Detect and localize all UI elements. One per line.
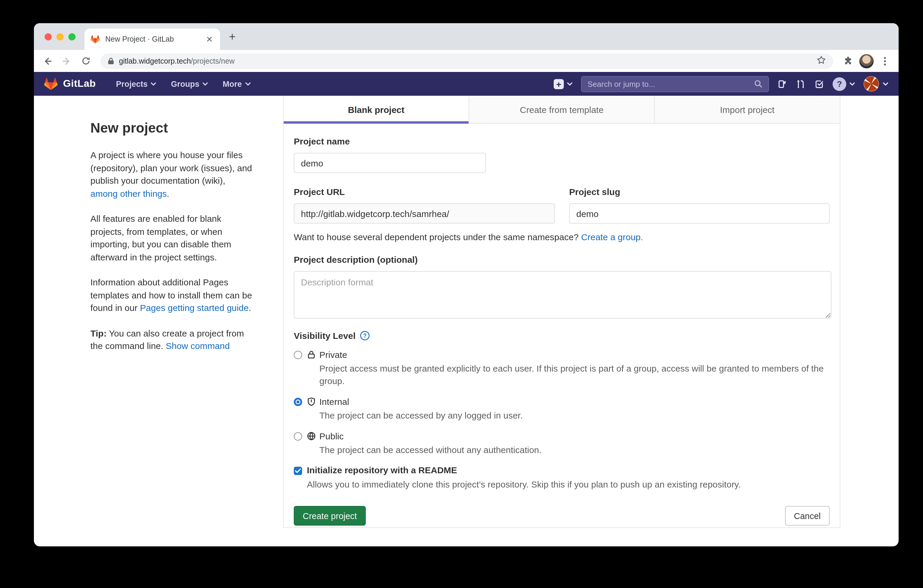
gitlab-logo[interactable]: GitLab (44, 77, 96, 90)
extensions-icon[interactable] (840, 53, 856, 69)
among-other-things-link[interactable]: among other things (90, 188, 167, 198)
new-menu-button[interactable]: + (553, 79, 573, 89)
cancel-button[interactable]: Cancel (785, 506, 829, 526)
sidebar-help-column: New project A project is where you house… (90, 96, 269, 514)
new-tab-button[interactable]: + (229, 31, 235, 42)
internal-label: Internal (319, 396, 523, 408)
tab-title: New Project · GitLab (105, 35, 200, 43)
project-name-label: Project name (294, 136, 829, 146)
public-label: Public (319, 430, 542, 442)
public-description: The project can be accessed without any … (319, 443, 542, 456)
maximize-window-button[interactable] (68, 33, 76, 40)
chevron-down-icon (567, 82, 573, 85)
gitlab-tanuki-icon (44, 77, 57, 90)
check-icon (295, 468, 301, 473)
nav-more[interactable]: More (218, 76, 256, 92)
tab-create-from-template[interactable]: Create from template (469, 96, 655, 124)
readme-checkbox[interactable] (294, 467, 302, 475)
sidebar-tip: Tip: You can also create a project from … (90, 327, 255, 352)
close-window-button[interactable] (44, 33, 52, 40)
project-description-label: Project description (optional) (294, 255, 829, 264)
forward-icon[interactable] (59, 53, 74, 69)
readme-label: Initialize repository with a README (307, 465, 741, 475)
namespace-hint: Want to house several dependent projects… (294, 232, 829, 242)
chevron-down-icon (849, 82, 855, 85)
visibility-level-label: Visibility Level (294, 330, 356, 341)
gitlab-navbar: GitLab Projects Groups More + (34, 72, 898, 96)
visibility-option-private[interactable]: Private Project access must be granted e… (294, 349, 829, 387)
globe-icon (307, 432, 316, 440)
user-menu[interactable] (864, 76, 889, 92)
readme-option[interactable]: Initialize repository with a README Allo… (294, 465, 829, 491)
browser-window: New Project · GitLab ✕ + gitlab.widgetc (34, 23, 898, 546)
internal-description: The project can be accessed by any logge… (319, 409, 523, 422)
back-icon[interactable] (40, 53, 55, 69)
screen: New Project · GitLab ✕ + gitlab.widgetc (0, 0, 923, 588)
project-url-input[interactable] (294, 203, 555, 223)
internal-radio[interactable] (294, 398, 302, 406)
browser-toolbar: gitlab.widgetcorp.tech/projects/new (34, 50, 898, 72)
todos-icon[interactable] (814, 79, 824, 89)
private-description: Project access must be granted explicitl… (319, 362, 829, 387)
form-actions: Create project Cancel (294, 506, 829, 526)
project-url-label: Project URL (294, 187, 555, 197)
project-slug-input[interactable] (569, 203, 829, 223)
public-radio[interactable] (294, 432, 302, 440)
search-icon (754, 80, 762, 88)
sidebar-paragraph: Information about additional Pages templ… (90, 276, 255, 314)
url-text: gitlab.widgetcorp.tech/projects/new (119, 57, 235, 65)
help-icon: ? (833, 77, 846, 91)
reload-icon[interactable] (78, 53, 94, 69)
user-avatar (864, 76, 879, 92)
minimize-window-button[interactable] (56, 33, 64, 40)
chevron-down-icon (882, 82, 889, 85)
global-search[interactable] (581, 76, 769, 92)
plus-icon: + (553, 79, 564, 89)
issues-icon[interactable] (777, 79, 787, 89)
merge-requests-icon[interactable] (796, 79, 806, 89)
chevron-down-icon (202, 82, 209, 85)
tab-close-icon[interactable]: ✕ (205, 34, 214, 44)
project-name-input[interactable] (294, 153, 486, 173)
pages-guide-link[interactable]: Pages getting started guide (140, 302, 249, 313)
lock-icon (307, 350, 316, 359)
tab-blank-project[interactable]: Blank project (284, 96, 469, 123)
chevron-down-icon (151, 82, 157, 85)
visibility-option-public[interactable]: Public The project can be accessed witho… (294, 430, 829, 456)
browser-tab[interactable]: New Project · GitLab ✕ (84, 28, 220, 50)
nav-groups[interactable]: Groups (166, 76, 213, 92)
show-command-link[interactable]: Show command (166, 341, 230, 351)
chrome-profile-avatar[interactable] (859, 54, 874, 68)
tab-import-project[interactable]: Import project (655, 96, 840, 124)
gitlab-wordmark: GitLab (63, 78, 96, 90)
search-input[interactable] (588, 79, 754, 88)
private-radio[interactable] (294, 351, 302, 359)
bookmark-star-icon[interactable] (816, 55, 826, 67)
project-slug-label: Project slug (569, 187, 829, 197)
page-body: New project A project is where you house… (34, 96, 898, 514)
chevron-down-icon (245, 82, 251, 85)
visibility-option-internal[interactable]: Internal The project can be accessed by … (294, 396, 829, 422)
nav-projects[interactable]: Projects (111, 76, 161, 92)
project-type-tabs: Blank project Create from template Impor… (284, 96, 840, 124)
create-project-button[interactable]: Create project (294, 506, 366, 526)
svg-text:?: ? (363, 332, 367, 339)
blank-project-form: Project name Project URL Project slug (284, 124, 840, 526)
sidebar-paragraph: All features are enabled for blank proje… (90, 212, 255, 263)
navbar-right: + (553, 76, 889, 92)
window-controls (44, 33, 76, 40)
sidebar-paragraph: A project is where you house your files … (90, 149, 255, 200)
navbar-menu: Projects Groups More (111, 76, 255, 92)
new-project-panel: Blank project Create from template Impor… (283, 96, 840, 528)
create-a-group-link[interactable]: Create a group. (581, 232, 643, 242)
visibility-help-icon[interactable]: ? (360, 330, 370, 341)
url-bar[interactable]: gitlab.widgetcorp.tech/projects/new (100, 53, 833, 69)
gitlab-favicon (90, 34, 100, 44)
private-label: Private (319, 349, 829, 361)
page-title: New project (90, 120, 255, 136)
readme-description: Allows you to immediately clone this pro… (307, 479, 741, 491)
chrome-menu-icon[interactable] (877, 53, 893, 69)
project-description-textarea[interactable] (294, 271, 831, 319)
help-menu[interactable]: ? (833, 77, 855, 91)
shield-icon (307, 397, 316, 406)
